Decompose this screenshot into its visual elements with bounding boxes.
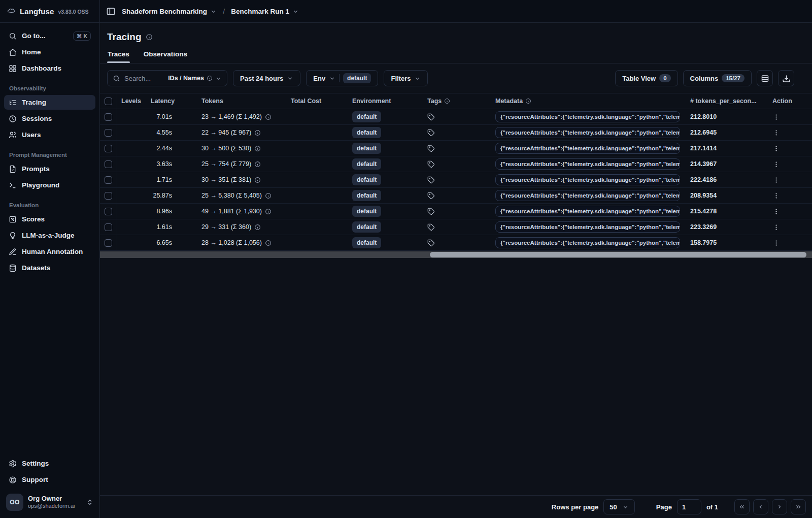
tag-icon[interactable] [427,145,435,152]
sidebar-item-playground[interactable]: Playground [4,178,95,192]
kebab-menu-icon[interactable] [772,145,780,152]
row-checkbox[interactable] [105,145,112,152]
environment-badge[interactable]: default [352,237,381,248]
tag-icon[interactable] [427,129,435,137]
previous-page-button[interactable] [753,499,768,514]
kebab-menu-icon[interactable] [772,113,780,121]
sidebar-item-support[interactable]: Support [4,472,95,487]
sidebar-item-users[interactable]: Users [4,127,95,142]
info-icon[interactable] [265,192,272,199]
row-checkbox[interactable] [105,160,112,168]
info-icon[interactable] [254,161,261,168]
filters-dropdown[interactable]: Filters [384,70,428,86]
table-row[interactable]: 8.96s 49 → 1,881 (Σ 1,930) default {"res… [100,204,812,219]
info-icon[interactable] [265,240,272,246]
sidebar-item-prompts[interactable]: Prompts [4,161,95,176]
kebab-menu-icon[interactable] [772,192,780,200]
search-box[interactable]: IDs / Names [107,70,227,86]
metadata-chip[interactable]: {"resourceAttributes":{"telemetry.sdk.la… [495,190,680,201]
column-header-tokens[interactable]: Tokens [197,98,283,105]
metadata-chip[interactable]: {"resourceAttributes":{"telemetry.sdk.la… [495,174,680,185]
breadcrumb-org[interactable]: Shadeform Benchmarking [122,8,217,15]
search-type-dropdown[interactable]: IDs / Names [168,75,222,82]
metadata-chip[interactable]: {"resourceAttributes":{"telemetry.sdk.la… [495,158,680,170]
metadata-chip[interactable]: {"resourceAttributes":{"telemetry.sdk.la… [495,206,680,217]
horizontal-scrollbar[interactable] [100,251,812,258]
info-icon[interactable] [146,34,153,41]
env-filter-dropdown[interactable]: Env default [306,70,378,86]
rows-per-page-select[interactable]: 50 [603,499,634,514]
sidebar-toggle-button[interactable] [106,7,116,16]
tab-traces[interactable]: Traces [107,47,130,63]
columns-button[interactable]: Columns 15/27 [683,70,752,86]
row-checkbox[interactable] [105,208,112,215]
sidebar-item-human-annotation[interactable]: Human Annotation [4,244,95,259]
sidebar-item-tracing[interactable]: Tracing [4,95,95,110]
table-view-button[interactable]: Table View 0 [615,70,678,86]
column-header-latency[interactable]: Latency [147,98,197,105]
kebab-menu-icon[interactable] [772,129,780,137]
tag-icon[interactable] [427,176,435,184]
table-row[interactable]: 25.87s 25 → 5,380 (Σ 5,405) default {"re… [100,188,812,204]
metadata-chip[interactable]: {"resourceAttributes":{"telemetry.sdk.la… [495,127,680,138]
sidebar-item-scores[interactable]: Scores [4,212,95,226]
environment-badge[interactable]: default [352,158,381,170]
column-header-tokens-per-second[interactable]: # tokens_per_secon... [684,98,764,105]
kebab-menu-icon[interactable] [772,208,780,215]
environment-badge[interactable]: default [352,221,381,233]
time-range-dropdown[interactable]: Past 24 hours [233,70,300,86]
metadata-chip[interactable]: {"resourceAttributes":{"telemetry.sdk.la… [495,221,680,233]
tag-icon[interactable] [427,223,435,231]
kebab-menu-icon[interactable] [772,160,780,168]
sidebar-item-llm-judge[interactable]: LLM-as-a-Judge [4,228,95,243]
search-input[interactable] [124,75,164,82]
row-checkbox[interactable] [105,239,112,247]
row-checkbox[interactable] [105,113,112,121]
column-header-levels[interactable]: Levels [117,98,147,105]
tag-icon[interactable] [427,192,435,200]
sidebar-item-sessions[interactable]: Sessions [4,111,95,126]
scrollbar-thumb[interactable] [430,252,806,257]
environment-badge[interactable]: default [352,190,381,201]
table-row[interactable]: 7.01s 23 → 1,469 (Σ 1,492) default {"res… [100,109,812,125]
breadcrumb-project[interactable]: Benchmark Run 1 [231,8,299,15]
table-row[interactable]: 2.44s 30 → 500 (Σ 530) default {"resourc… [100,141,812,156]
column-header-total-cost[interactable]: Total Cost [283,98,346,105]
next-page-button[interactable] [772,499,787,514]
table-row[interactable]: 3.63s 25 → 754 (Σ 779) default {"resourc… [100,156,812,172]
column-header-metadata[interactable]: Metadata [490,98,684,105]
row-checkbox[interactable] [105,192,112,200]
table-row[interactable]: 6.65s 28 → 1,028 (Σ 1,056) default {"res… [100,235,812,251]
sidebar-item-settings[interactable]: Settings [4,456,95,471]
metadata-chip[interactable]: {"resourceAttributes":{"telemetry.sdk.la… [495,143,680,154]
environment-badge[interactable]: default [352,127,381,138]
info-icon[interactable] [265,114,272,120]
sidebar-item-home[interactable]: Home [4,45,95,59]
kebab-menu-icon[interactable] [772,239,780,247]
info-icon[interactable] [265,208,272,215]
tag-icon[interactable] [427,113,435,121]
last-page-button[interactable] [791,499,806,514]
tag-icon[interactable] [427,239,435,247]
table-row[interactable]: 4.55s 22 → 945 (Σ 967) default {"resourc… [100,125,812,141]
page-number-input[interactable] [677,499,701,514]
first-page-button[interactable] [734,499,750,514]
export-button[interactable] [778,70,794,86]
metadata-chip[interactable]: {"resourceAttributes":{"telemetry.sdk.la… [495,111,680,122]
kebab-menu-icon[interactable] [772,176,780,184]
environment-badge[interactable]: default [352,111,381,122]
tag-icon[interactable] [427,160,435,168]
column-header-environment[interactable]: Environment [346,98,421,105]
info-icon[interactable] [254,224,261,231]
info-icon[interactable] [254,177,261,183]
user-menu[interactable]: OO Org Owner ops@shadeform.ai [0,489,99,518]
table-row[interactable]: 1.61s 29 → 331 (Σ 360) default {"resourc… [100,219,812,235]
row-checkbox[interactable] [105,129,112,137]
row-height-button[interactable] [757,70,773,86]
metadata-chip[interactable]: {"resourceAttributes":{"telemetry.sdk.la… [495,237,680,248]
info-icon[interactable] [254,145,261,152]
tab-observations[interactable]: Observations [143,47,188,63]
sidebar-item-datasets[interactable]: Datasets [4,261,95,275]
info-icon[interactable] [254,130,261,136]
table-row[interactable]: 1.71s 30 → 351 (Σ 381) default {"resourc… [100,172,812,188]
